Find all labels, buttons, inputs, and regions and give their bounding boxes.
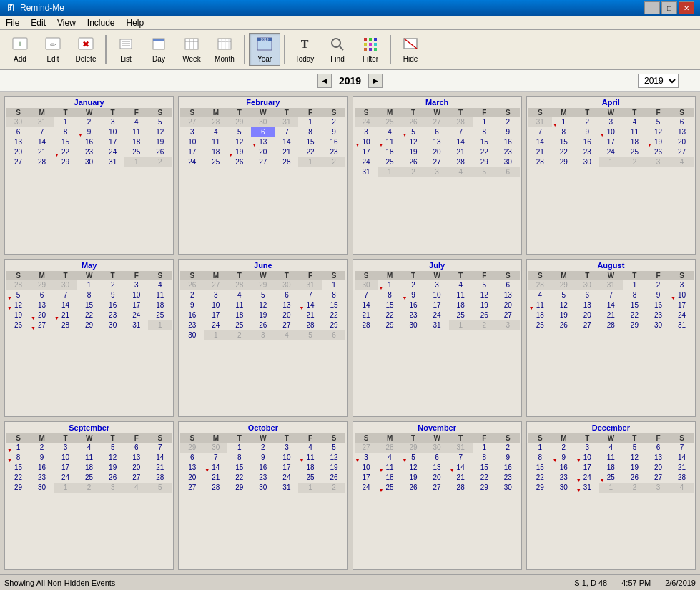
calendar-day[interactable]: 29 <box>227 483 251 493</box>
calendar-day[interactable]: 22 <box>552 147 576 157</box>
calendar-day[interactable]: 31 <box>101 157 124 167</box>
prev-month-day[interactable]: 31 <box>449 443 473 453</box>
calendar-day[interactable]: 18 <box>528 310 552 320</box>
calendar-day[interactable]: 30 <box>101 320 124 330</box>
calendar-day[interactable]: 30 <box>77 157 101 167</box>
calendar-day[interactable]: 14 <box>298 300 322 310</box>
calendar-day[interactable]: 20 <box>576 310 599 320</box>
calendar-day[interactable]: 11 <box>378 463 402 473</box>
calendar-day[interactable]: 11 <box>298 453 322 463</box>
calendar-day[interactable]: 29 <box>623 320 646 330</box>
calendar-day[interactable]: 25 <box>298 473 322 483</box>
calendar-day[interactable]: 23 <box>251 473 275 483</box>
next-month-day[interactable]: 2 <box>473 320 496 330</box>
next-month-day[interactable]: 2 <box>623 157 646 167</box>
toolbar-btn-delete[interactable]: ✖Delete <box>70 33 102 66</box>
calendar-day[interactable]: 12 <box>402 137 425 147</box>
calendar-day[interactable]: 2 <box>496 443 520 453</box>
next-month-day[interactable]: 1 <box>204 330 227 340</box>
calendar-day[interactable]: 9 <box>646 290 670 300</box>
calendar-day[interactable]: 1 <box>77 280 101 290</box>
calendar-day[interactable]: 13 <box>670 127 694 137</box>
year-select[interactable]: 20172018201920202021 <box>638 74 679 88</box>
calendar-day[interactable]: 1 <box>322 280 345 290</box>
calendar-day[interactable]: 2 <box>496 117 520 127</box>
calendar-day[interactable]: 22 <box>378 310 402 320</box>
calendar-day[interactable]: 20 <box>496 300 520 310</box>
calendar-day[interactable]: 17 <box>355 147 378 157</box>
calendar-day[interactable]: 19 <box>148 137 172 147</box>
calendar-day[interactable]: 13 <box>30 300 54 310</box>
calendar-day[interactable]: 3 <box>355 453 378 463</box>
calendar-day[interactable]: 28 <box>298 320 322 330</box>
calendar-day[interactable]: 9 <box>251 453 275 463</box>
calendar-day[interactable]: 8 <box>552 127 576 137</box>
prev-month-day[interactable]: 30 <box>275 280 298 290</box>
calendar-day[interactable]: 1 <box>473 443 496 453</box>
calendar-day[interactable]: 14 <box>275 137 298 147</box>
calendar-day[interactable]: 23 <box>576 147 599 157</box>
calendar-day[interactable]: 4 <box>599 443 623 453</box>
prev-month-day[interactable]: 27 <box>355 443 378 453</box>
calendar-day[interactable]: 1 <box>473 117 496 127</box>
next-month-day[interactable]: 1 <box>54 483 77 493</box>
calendar-day[interactable]: 13 <box>646 453 670 463</box>
calendar-day[interactable]: 9 <box>180 300 204 310</box>
calendar-day[interactable]: 24 <box>599 147 623 157</box>
calendar-day[interactable]: 7 <box>298 290 322 300</box>
calendar-day[interactable]: 9 <box>322 127 345 137</box>
calendar-day[interactable]: 20 <box>646 463 670 473</box>
calendar-day[interactable]: 25 <box>148 310 172 320</box>
prev-month-day[interactable]: 30 <box>204 443 227 453</box>
calendar-day[interactable]: 13 <box>425 463 449 473</box>
calendar-day[interactable]: 16 <box>496 463 520 473</box>
calendar-day[interactable]: 5 <box>148 117 172 127</box>
calendar-day[interactable]: 3 <box>101 117 124 127</box>
close-button[interactable]: ✕ <box>679 1 694 14</box>
calendar-day[interactable]: 22 <box>6 473 30 483</box>
calendar-day[interactable]: 27 <box>496 310 520 320</box>
next-month-day[interactable]: 6 <box>322 330 345 340</box>
calendar-day[interactable]: 21 <box>204 473 227 483</box>
calendar-day[interactable]: 17 <box>355 473 378 483</box>
calendar-day[interactable]: 23 <box>402 310 425 320</box>
calendar-day[interactable]: 5 <box>322 443 345 453</box>
calendar-day[interactable]: 2 <box>576 117 599 127</box>
calendar-day[interactable]: 23 <box>30 473 54 483</box>
calendar-day[interactable]: 17 <box>275 463 298 473</box>
calendar-day[interactable]: 8 <box>528 453 552 463</box>
calendar-day[interactable]: 17 <box>180 147 204 157</box>
calendar-day[interactable]: 16 <box>576 137 599 147</box>
calendar-day[interactable]: 21 <box>449 473 473 483</box>
calendar-day[interactable]: 26 <box>473 310 496 320</box>
calendar-day[interactable]: 19 <box>251 310 275 320</box>
calendar-day[interactable]: 27 <box>425 483 449 493</box>
calendar-day[interactable]: 7 <box>30 127 54 137</box>
calendar-day[interactable]: 14 <box>528 137 552 147</box>
next-year-button[interactable]: ► <box>368 74 383 88</box>
calendar-day[interactable]: 17 <box>599 137 623 147</box>
toolbar-btn-add[interactable]: +Add <box>4 33 36 66</box>
calendar-day[interactable]: 28 <box>355 320 378 330</box>
toolbar-btn-edit[interactable]: ✏Edit <box>37 33 69 66</box>
calendar-day[interactable]: 26 <box>646 147 670 157</box>
calendar-day[interactable]: 3 <box>180 127 204 137</box>
calendar-day[interactable]: 13 <box>576 300 599 310</box>
prev-month-day[interactable]: 29 <box>402 443 425 453</box>
calendar-day[interactable]: 7 <box>449 127 473 137</box>
calendar-day[interactable]: 5 <box>101 443 124 453</box>
calendar-day[interactable]: 15 <box>77 300 101 310</box>
calendar-day[interactable]: 31 <box>124 320 148 330</box>
calendar-day[interactable]: 26 <box>623 473 646 483</box>
toolbar-btn-day[interactable]: Day <box>143 33 174 66</box>
calendar-day[interactable]: 27 <box>124 473 148 483</box>
calendar-day[interactable]: 6 <box>670 117 694 127</box>
calendar-day[interactable]: 10 <box>355 463 378 473</box>
calendar-day[interactable]: 15 <box>378 300 402 310</box>
calendar-day[interactable]: 5 <box>552 290 576 300</box>
calendar-day[interactable]: 24 <box>425 310 449 320</box>
calendar-day[interactable]: 12 <box>402 463 425 473</box>
calendar-day[interactable]: 19 <box>402 147 425 157</box>
calendar-day[interactable]: 18 <box>204 147 227 157</box>
calendar-day[interactable]: 23 <box>180 320 204 330</box>
